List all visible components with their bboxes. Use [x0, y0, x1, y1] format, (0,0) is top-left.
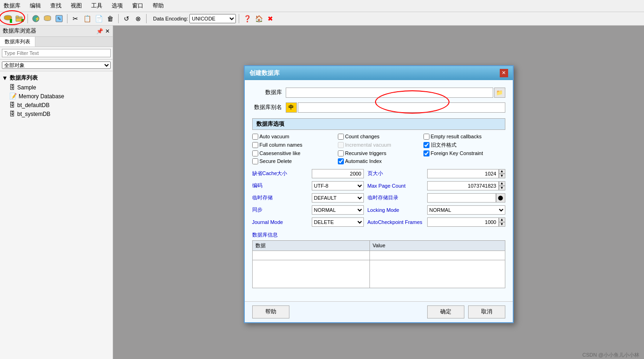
journal-select[interactable]: DELETE WAL MEMORY OFF — [312, 217, 364, 227]
modal-overlay: 创建数据库 ✕ 数据库 📁 数据库别名 — [113, 26, 644, 359]
max-page-down[interactable]: ▼ — [499, 186, 505, 190]
encoding-prop-label: 编码 — [252, 182, 308, 189]
toolbar-open-db-btn[interactable]: + — [14, 14, 25, 24]
toolbar-delete-btn[interactable]: 🗑 — [105, 14, 115, 24]
checkbox-grid: Auto vacuum Count changes Empty result c… — [252, 134, 505, 164]
db-info-cell-4 — [369, 260, 505, 288]
toolbar-paste-btn[interactable]: 📄 — [94, 14, 104, 24]
toolbar-close-btn2[interactable]: ✖ — [265, 14, 275, 24]
cb-foreign-key-label: Foreign Key Constraint — [431, 150, 483, 156]
tree-item-sample[interactable]: 🗄 Sample — [0, 83, 113, 92]
page-size-up[interactable]: ▲ — [499, 169, 505, 174]
toolbar-refresh-btn[interactable]: ↺ — [121, 14, 132, 24]
cb-full-column: Full column names — [252, 142, 334, 149]
toolbar-db-btn2[interactable] — [42, 14, 53, 24]
tree-root-label: 数据库列表 — [10, 74, 38, 82]
cache-input[interactable] — [312, 169, 364, 178]
tree-item-bt-system[interactable]: 🗄 bt_systemDB — [0, 109, 113, 118]
autocheckpoint-down[interactable]: ▼ — [499, 222, 505, 227]
db-path-input[interactable] — [286, 88, 493, 98]
ok-button[interactable]: 确定 — [427, 305, 464, 318]
cb-empty-result-input[interactable] — [423, 134, 429, 140]
cb-incremental-vacuum-label: Incremental vacuum — [345, 142, 391, 148]
tree-label-memory: Memory Database — [19, 93, 64, 100]
menu-database[interactable]: 数据库 — [2, 1, 22, 11]
menu-find[interactable]: 查找 — [48, 1, 63, 11]
db-browse-button[interactable]: 📁 — [494, 88, 505, 98]
max-page-up[interactable]: ▲ — [499, 181, 505, 186]
page-size-label: 页大小 — [368, 170, 423, 177]
toolbar-home-btn[interactable]: 🏠 — [254, 14, 264, 24]
autocheckpoint-up[interactable]: ▲ — [499, 217, 505, 222]
dialog-footer: 帮助 确定 取消 — [245, 301, 513, 322]
cb-full-column-input[interactable] — [252, 142, 258, 148]
toolbar-new-db-btn[interactable]: + — [3, 14, 13, 24]
db-info-col-value: Value — [369, 240, 505, 251]
page-size-down[interactable]: ▼ — [499, 174, 505, 178]
autocheckpoint-input[interactable] — [427, 217, 499, 227]
toolbar-sep-3 — [118, 14, 119, 23]
toolbar-connect-btn[interactable]: ⚡ — [31, 14, 41, 24]
cb-secure-delete-input[interactable] — [252, 158, 258, 164]
cb-casesensitive-input[interactable] — [252, 150, 258, 156]
sync-select[interactable]: NORMAL FULL OFF — [312, 205, 364, 215]
max-page-input[interactable] — [427, 181, 499, 190]
cancel-button[interactable]: 取消 — [468, 305, 505, 318]
tree-label-sample: Sample — [17, 84, 36, 91]
toolbar-edit-btn[interactable]: ✎ — [54, 14, 64, 24]
menu-view[interactable]: 视图 — [69, 1, 84, 11]
cb-automatic-index-input[interactable] — [338, 158, 344, 164]
db-info-cell-1 — [252, 251, 369, 260]
toolbar-help-btn[interactable]: ❓ — [242, 14, 252, 24]
db-info-label: 数据库信息 — [252, 231, 505, 238]
svg-rect-4 — [16, 16, 19, 18]
cb-casesensitive: Casesensitive like — [252, 150, 334, 156]
cb-automatic-index: Automatic Index — [338, 158, 420, 164]
temp-dir-input[interactable] — [427, 193, 496, 203]
cb-old-format-input[interactable] — [423, 142, 429, 148]
dialog-close-button[interactable]: ✕ — [500, 69, 508, 77]
menu-options[interactable]: 选项 — [110, 1, 125, 11]
encoding-prop-select[interactable]: UTF-8 UTF-16 GBK — [312, 181, 364, 190]
alias-input[interactable] — [298, 102, 505, 113]
locking-select[interactable]: NORMAL EXCLUSIVE — [427, 205, 505, 215]
menu-window[interactable]: 窗口 — [130, 1, 145, 11]
cb-secure-delete: Secure Delete — [252, 158, 334, 164]
menu-edit[interactable]: 编辑 — [28, 1, 43, 11]
toolbar-stop-btn[interactable]: ⊗ — [133, 14, 143, 24]
cb-recursive-triggers-input[interactable] — [338, 150, 344, 156]
page-size-input[interactable] — [427, 169, 499, 178]
sidebar-pin-icon[interactable]: 📌 — [96, 28, 103, 34]
cb-count-changes-input[interactable] — [338, 134, 344, 140]
help-button[interactable]: 帮助 — [252, 305, 289, 318]
toolbar-copy-btn[interactable]: 📋 — [82, 14, 92, 24]
tree-root[interactable]: ▼ 数据库列表 — [0, 73, 113, 83]
sidebar-tree: ▼ 数据库列表 🗄 Sample 📝 Memory Database 🗄 bt_… — [0, 71, 113, 359]
temp-store-label: 临时存储 — [252, 194, 308, 201]
scope-select[interactable]: 全部对象 表 视图 索引 — [2, 61, 111, 69]
alias-chinese-btn[interactable]: 中 — [286, 102, 297, 113]
toolbar-cut-btn[interactable]: ✂ — [70, 14, 80, 24]
cb-foreign-key-input[interactable] — [423, 150, 429, 156]
sidebar-scope-row: 全部对象 表 视图 索引 — [0, 60, 113, 71]
encoding-label: Data Encoding: — [153, 16, 188, 21]
svg-text:+: + — [23, 19, 24, 23]
cb-auto-vacuum-input[interactable] — [252, 134, 258, 140]
menu-help[interactable]: 帮助 — [151, 1, 166, 11]
locking-label: Locking Mode — [368, 207, 423, 213]
folder-icon: 📁 — [496, 89, 503, 96]
tab-database-list[interactable]: 数据库列表 — [0, 37, 35, 47]
encoding-select[interactable]: UNICODE — [189, 14, 236, 23]
db-info-row-empty — [252, 251, 505, 260]
tree-item-bt-default[interactable]: 🗄 bt_defaultDB — [0, 101, 113, 109]
db-field-row: 数据库 📁 — [252, 88, 505, 98]
filter-input[interactable] — [2, 49, 111, 57]
cb-empty-result-label: Empty result callbacks — [431, 134, 482, 139]
temp-store-select[interactable]: DEFAULT FILE MEMORY — [312, 193, 364, 203]
cb-recursive-triggers-label: Recursive triggers — [345, 150, 387, 156]
temp-dir-browse-btn[interactable]: ⬤ — [496, 193, 505, 203]
tree-item-memory[interactable]: 📝 Memory Database — [0, 92, 113, 101]
sidebar-close-icon[interactable]: ✕ — [105, 28, 110, 34]
menu-tools[interactable]: 工具 — [89, 1, 104, 11]
cb-old-format: 旧文件格式 — [423, 142, 505, 149]
